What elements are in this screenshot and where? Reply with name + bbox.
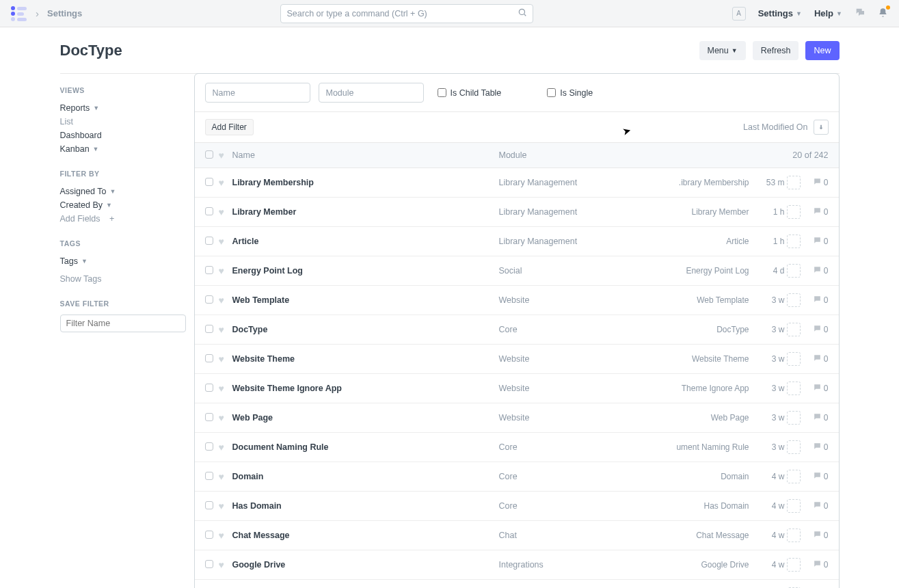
sidebar-view-dashboard[interactable]: Dashboard (60, 129, 186, 142)
comment-icon[interactable] (813, 500, 822, 511)
row-name[interactable]: DocType (232, 325, 268, 334)
is-single-checkbox[interactable] (547, 88, 556, 97)
row-name[interactable]: Chat Message (232, 531, 290, 540)
search-icon[interactable] (518, 8, 527, 19)
sidebar-filterby-assigned-to[interactable]: Assigned To▼ (60, 185, 186, 198)
row-assignee-placeholder[interactable] (787, 558, 801, 572)
row-name[interactable]: Article (232, 237, 259, 246)
row-name[interactable]: Energy Point Log (232, 266, 303, 276)
row-checkbox[interactable] (205, 442, 213, 451)
logo-icon[interactable] (11, 6, 27, 21)
list-row[interactable]: ♥ Web Page Website Web Page 3 w 0 (195, 403, 839, 433)
tags-dropdown[interactable]: Tags▼ (60, 254, 186, 268)
comment-icon[interactable] (813, 442, 822, 453)
sidebar-view-kanban[interactable]: Kanban▼ (60, 142, 186, 156)
row-name[interactable]: Google Drive (232, 560, 286, 570)
like-icon[interactable]: ♥ (219, 353, 224, 364)
row-assignee-placeholder[interactable] (787, 470, 801, 483)
comment-icon[interactable] (813, 353, 822, 364)
row-name[interactable]: Library Membership (232, 178, 314, 187)
name-filter-input[interactable] (205, 83, 310, 103)
like-icon[interactable]: ♥ (219, 295, 224, 306)
row-checkbox[interactable] (205, 207, 213, 215)
row-checkbox[interactable] (205, 237, 213, 245)
add-fields-button[interactable]: Add Fields + (60, 212, 186, 226)
list-row[interactable]: ♥ Library Membership Library Management … (195, 168, 839, 198)
sort-selector[interactable]: Last Modified On (743, 122, 808, 132)
row-name[interactable]: Document Naming Rule (232, 442, 329, 452)
comment-icon[interactable] (813, 471, 822, 482)
row-checkbox[interactable] (205, 266, 213, 274)
like-icon[interactable]: ♥ (219, 265, 224, 276)
row-checkbox[interactable] (205, 501, 213, 509)
list-row[interactable]: ♥ Web Template Website Web Template 3 w … (195, 286, 839, 315)
like-icon[interactable]: ♥ (219, 236, 224, 247)
comment-icon[interactable] (813, 324, 822, 335)
like-icon[interactable]: ♥ (219, 442, 224, 453)
row-checkbox[interactable] (205, 531, 213, 539)
row-assignee-placeholder[interactable] (787, 499, 801, 513)
list-row[interactable]: ♥ Calendar View Desk Calendar View 4 w 0 (195, 580, 839, 588)
list-row[interactable]: ♥ Document Naming Rule Core ument Naming… (195, 433, 839, 462)
comment-icon[interactable] (813, 295, 822, 306)
row-checkbox[interactable] (205, 472, 213, 480)
like-icon[interactable]: ♥ (219, 412, 224, 423)
row-assignee-placeholder[interactable] (787, 264, 801, 278)
like-icon[interactable]: ♥ (219, 471, 224, 482)
comment-icon[interactable] (813, 265, 822, 276)
sort-direction-button[interactable] (814, 120, 829, 135)
row-assignee-placeholder[interactable] (787, 205, 801, 219)
comment-icon[interactable] (813, 559, 822, 570)
row-checkbox[interactable] (205, 178, 213, 186)
row-name[interactable]: Has Domain (232, 501, 282, 511)
list-row[interactable]: ♥ Website Theme Ignore App Website Theme… (195, 374, 839, 403)
comment-icon[interactable] (813, 530, 822, 541)
row-checkbox[interactable] (205, 560, 213, 568)
is-child-table-check[interactable]: Is Child Table (438, 88, 502, 98)
like-icon[interactable]: ♥ (219, 206, 224, 217)
chat-icon[interactable] (855, 7, 866, 20)
row-assignee-placeholder[interactable] (787, 529, 801, 542)
row-name[interactable]: Website Theme (232, 354, 295, 364)
row-assignee-placeholder[interactable] (787, 176, 801, 189)
list-row[interactable]: ♥ Energy Point Log Social Energy Point L… (195, 256, 839, 286)
list-row[interactable]: ♥ DocType Core DocType 3 w 0 (195, 315, 839, 345)
notification-icon[interactable] (878, 8, 888, 20)
row-checkbox[interactable] (205, 413, 213, 421)
module-filter-input[interactable] (319, 83, 424, 103)
list-row[interactable]: ♥ Website Theme Website Website Theme 3 … (195, 345, 839, 374)
is-single-check[interactable]: Is Single (547, 88, 593, 98)
sidebar-view-reports[interactable]: Reports▼ (60, 101, 186, 115)
row-checkbox[interactable] (205, 295, 213, 304)
row-checkbox[interactable] (205, 354, 213, 362)
row-assignee-placeholder[interactable] (787, 235, 801, 248)
row-checkbox[interactable] (205, 325, 213, 333)
search-input[interactable] (286, 9, 518, 18)
row-name[interactable]: Website Theme Ignore App (232, 384, 342, 393)
row-name[interactable]: Web Template (232, 295, 290, 305)
like-icon[interactable]: ♥ (219, 559, 224, 570)
list-row[interactable]: ♥ Domain Core Domain 4 w 0 (195, 462, 839, 492)
row-assignee-placeholder[interactable] (787, 293, 801, 307)
refresh-button[interactable]: Refresh (753, 41, 799, 60)
like-icon[interactable]: ♥ (219, 500, 224, 511)
comment-icon[interactable] (813, 236, 822, 247)
name-column-header[interactable]: Name (232, 150, 499, 160)
filter-name-input[interactable] (60, 315, 186, 332)
show-tags-button[interactable]: Show Tags (60, 272, 186, 286)
list-row[interactable]: ♥ Article Library Management Article 1 h… (195, 227, 839, 256)
select-all-checkbox[interactable] (205, 150, 213, 159)
sidebar-filterby-created-by[interactable]: Created By▼ (60, 198, 186, 212)
is-child-table-checkbox[interactable] (438, 88, 446, 97)
user-avatar[interactable]: A (732, 7, 746, 21)
comment-icon[interactable] (813, 412, 822, 423)
list-row[interactable]: ♥ Google Drive Integrations Google Drive… (195, 550, 839, 580)
row-name[interactable]: Web Page (232, 413, 273, 423)
row-assignee-placeholder[interactable] (787, 382, 801, 395)
row-assignee-placeholder[interactable] (787, 352, 801, 366)
list-count[interactable]: 20 of 242 (792, 150, 828, 160)
list-row[interactable]: ♥ Has Domain Core Has Domain 4 w 0 (195, 492, 839, 521)
add-filter-button[interactable]: Add Filter (205, 119, 254, 135)
comment-icon[interactable] (813, 177, 822, 188)
help-menu[interactable]: Help▼ (814, 8, 842, 18)
